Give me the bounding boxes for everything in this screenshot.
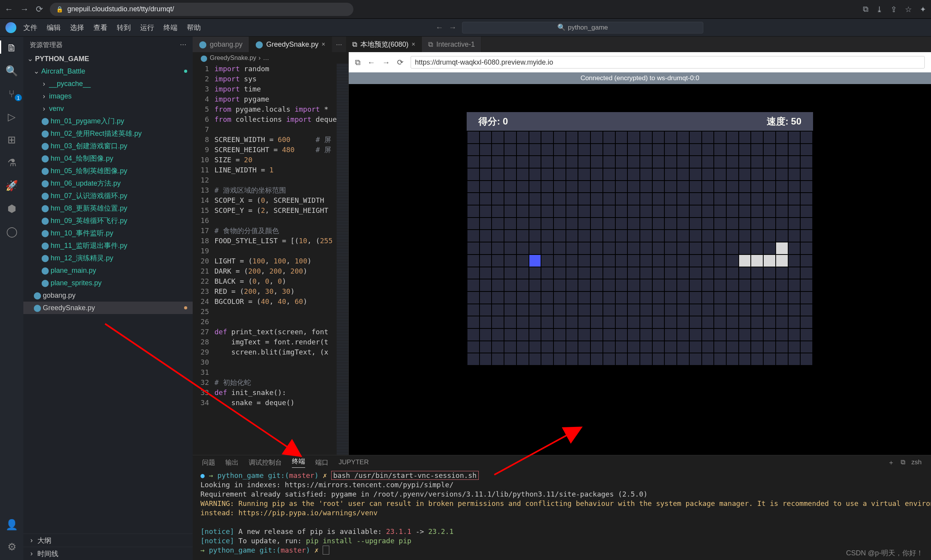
file-item[interactable]: ⬤hm_02_使用Rect描述英雄.py	[23, 127, 193, 140]
explorer-title: 资源管理器	[30, 40, 63, 49]
panel-tab-输出[interactable]: 输出	[225, 458, 239, 467]
github-icon[interactable]: ◯	[6, 226, 18, 238]
shell-label[interactable]: zsh	[912, 458, 922, 466]
file-item[interactable]: ⬤hm_12_演练精灵.py	[23, 252, 193, 264]
file-item[interactable]: ⬤hm_04_绘制图像.py	[23, 152, 193, 165]
menu-帮助[interactable]: 帮助	[187, 23, 201, 32]
tab-interactive[interactable]: ⧉Interactive-1	[422, 37, 481, 52]
scm-badge: 1	[15, 94, 22, 101]
address-bar[interactable]: 🔒 gnepuil.cloudstudio.net/tty/drumqt/	[50, 3, 353, 16]
speed-label: 速度: 50	[767, 115, 801, 128]
menu-选择[interactable]: 选择	[70, 23, 84, 32]
file-item[interactable]: ⬤hm_11_监听退出事件.py	[23, 239, 193, 252]
activity-bar: 🗎 🔍 ⑂1 ▷ ⊞ ⚗ 🚀 ⬢ ◯ 👤 ⚙	[0, 37, 23, 560]
score-label: 得分: 0	[478, 115, 508, 128]
menu-文件[interactable]: 文件	[23, 23, 37, 32]
nav-fwd-icon[interactable]: →	[449, 23, 457, 32]
more-icon[interactable]: ⋯	[180, 40, 186, 49]
settings-icon[interactable]: ⚙	[7, 541, 16, 553]
folder-venv[interactable]: ›venv	[23, 102, 193, 115]
file-item[interactable]: ⬤hm_01_pygame入门.py	[23, 115, 193, 127]
file-item[interactable]: ⬤hm_10_事件监听.py	[23, 227, 193, 239]
back-icon[interactable]: ←	[5, 4, 13, 14]
menu-查看[interactable]: 查看	[93, 23, 107, 32]
explorer-sidebar: 资源管理器 ⋯ ⌄PYTHON_GAME ⌄Aircraft_Battle ›_…	[23, 37, 193, 560]
panel-tab-调试控制台[interactable]: 调试控制台	[249, 458, 282, 467]
game-window: 得分: 0 速度: 50	[467, 112, 813, 366]
close-icon[interactable]: ×	[321, 41, 325, 48]
preview-pane: ⧉ ← → ⟳ Connected (encrypted) to ws-drum…	[348, 52, 931, 455]
pv-fwd-icon[interactable]: →	[382, 58, 390, 67]
file-item[interactable]: ⬤hm_09_英雄循环飞行.py	[23, 214, 193, 227]
tab-overflow-icon[interactable]: ⋯	[332, 41, 346, 48]
share-icon[interactable]: ⇪	[891, 5, 897, 14]
search-icon: 🔍	[557, 23, 566, 32]
panel-tab-JUPYTER[interactable]: JUPYTER	[339, 458, 369, 466]
forward-icon[interactable]: →	[20, 4, 29, 14]
root-folder[interactable]: ⌄PYTHON_GAME	[23, 53, 193, 65]
menu-转到[interactable]: 转到	[117, 23, 131, 32]
debug-icon[interactable]: ▷	[8, 111, 16, 123]
file-item[interactable]: ⬤hm_07_认识游戏循环.py	[23, 190, 193, 202]
panel-tab-端口[interactable]: 端口	[315, 458, 328, 467]
bottom-panel: 问题输出调试控制台终端端口JUPYTER ＋ ⧉ zsh ● → python_…	[193, 455, 931, 560]
file-item[interactable]: ⬤plane_main.py	[23, 264, 193, 277]
explorer-icon[interactable]: 🗎	[7, 42, 17, 54]
rocket-icon[interactable]: 🚀	[5, 180, 18, 192]
ide-logo-icon	[5, 22, 16, 33]
panel-tab-问题[interactable]: 问题	[202, 458, 215, 467]
file-item[interactable]: ⬤hm_06_update方法.py	[23, 177, 193, 190]
menu-运行[interactable]: 运行	[140, 23, 154, 32]
lock-icon: 🔒	[56, 6, 63, 13]
folder-images[interactable]: ›images	[23, 90, 193, 102]
file-item[interactable]: ⬤GreedySnake.py	[23, 302, 193, 314]
watermark: CSDN @p-明天，你好！	[846, 548, 923, 558]
open-external-icon[interactable]: ⧉	[355, 58, 360, 67]
file-item[interactable]: ⬤gobang.py	[23, 289, 193, 302]
install-icon[interactable]: ⤓	[876, 5, 883, 14]
browser-toolbar: ← → ⟳ 🔒 gnepuil.cloudstudio.net/tty/drum…	[0, 0, 931, 19]
tab-preview[interactable]: ⧉本地预览(6080)×	[346, 37, 422, 52]
file-item[interactable]: ⬤hm_08_更新英雄位置.py	[23, 202, 193, 214]
menu-编辑[interactable]: 编辑	[47, 23, 61, 32]
close-icon[interactable]: ×	[412, 41, 415, 48]
pv-reload-icon[interactable]: ⟳	[397, 58, 404, 67]
new-terminal-icon[interactable]: ＋	[888, 458, 894, 467]
nav-back-icon[interactable]: ←	[436, 23, 443, 32]
file-item[interactable]: ⬤plane_sprites.py	[23, 277, 193, 289]
tab-gobang[interactable]: ⬤gobang.py	[193, 37, 249, 52]
folder-aircraft[interactable]: ⌄Aircraft_Battle	[23, 65, 193, 77]
file-item[interactable]: ⬤hm_05_绘制英雄图像.py	[23, 165, 193, 177]
scm-icon[interactable]: ⑂1	[9, 88, 15, 100]
extensions-icon[interactable]: ⊞	[7, 134, 16, 146]
game-grid[interactable]	[467, 131, 813, 366]
star-icon[interactable]: ☆	[905, 5, 912, 14]
graph-icon[interactable]: ⬢	[7, 203, 16, 215]
tab-icon[interactable]: ⧉	[863, 5, 868, 14]
panel-tab-终端[interactable]: 终端	[292, 457, 305, 468]
search-text: python_game	[568, 24, 608, 32]
url-text: gnepuil.cloudstudio.net/tty/drumqt/	[67, 5, 174, 13]
pv-back-icon[interactable]: ←	[367, 58, 375, 67]
menu-终端[interactable]: 终端	[163, 23, 177, 32]
account-icon[interactable]: 👤	[5, 519, 18, 531]
extension-icon[interactable]: ✦	[920, 5, 926, 14]
file-item[interactable]: ⬤hm_03_创建游戏窗口.py	[23, 140, 193, 152]
search-activity-icon[interactable]: 🔍	[5, 65, 18, 77]
folder-__pycache__[interactable]: ›__pycache__	[23, 77, 193, 90]
testing-icon[interactable]: ⚗	[7, 157, 16, 169]
command-search[interactable]: 🔍 python_game	[462, 22, 703, 33]
outline-section[interactable]: ›大纲	[23, 534, 193, 547]
ide-menubar: 文件编辑选择查看转到运行终端帮助 ← → 🔍 python_game	[0, 19, 931, 37]
split-terminal-icon[interactable]: ⧉	[901, 458, 905, 466]
code-editor[interactable]: ⬤GreedySnake.py›… 1234567891011121314151…	[193, 52, 348, 455]
breadcrumb: GreedySnake.py	[210, 54, 256, 61]
timeline-section[interactable]: ›时间线	[23, 547, 193, 560]
minimap[interactable]	[337, 64, 348, 455]
reload-icon[interactable]: ⟳	[36, 4, 43, 14]
terminal-output[interactable]: ● → python_game git:(master) ✗ bash /usr…	[193, 469, 931, 560]
tab-greedysnake[interactable]: ⬤GreedySnake.py×	[249, 37, 332, 52]
preview-url-input[interactable]	[411, 56, 925, 68]
vnc-status: Connected (encrypted) to ws-drumqt-0:0	[349, 72, 931, 84]
editor-tabs: ⬤gobang.py ⬤GreedySnake.py× ⋯ ⧉本地预览(6080…	[193, 37, 931, 52]
